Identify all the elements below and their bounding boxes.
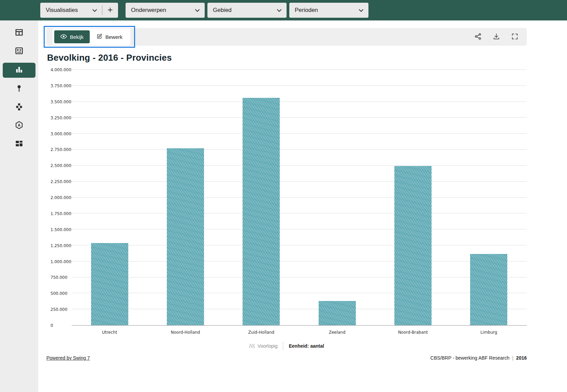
view-toolbar: Bekijk Bewerk	[46, 28, 527, 46]
visualisaties-dropdown[interactable]: Visualisaties	[40, 3, 102, 18]
x-tick-label: Noord-Brabant	[375, 326, 451, 335]
toolbar-actions	[474, 33, 519, 41]
sidebar-item-bar-chart[interactable]	[3, 63, 35, 78]
chevron-down-icon	[359, 7, 364, 14]
blocks-icon	[15, 102, 24, 112]
sidebar-item-table[interactable]	[11, 26, 27, 40]
legend-voorlopig: Voorlopig	[249, 343, 277, 349]
bar-zuid-holland[interactable]	[243, 98, 280, 325]
download-icon	[493, 33, 500, 41]
legend-label: Voorlopig	[258, 343, 277, 349]
bar-chart-icon	[15, 65, 24, 75]
y-tick-label: 3.250.000	[50, 116, 71, 120]
sidebar: A	[0, 20, 38, 392]
hexagon-a-icon: A	[15, 121, 24, 131]
share-icon	[474, 33, 482, 41]
bar-slot	[299, 70, 375, 325]
hatch-swatch-icon	[249, 344, 255, 348]
bar-chart: 4.000.0003.750.0003.500.0003.250.0003.00…	[46, 70, 527, 326]
y-tick-label: 3.000.000	[50, 132, 71, 136]
y-tick-label: 1.750.000	[50, 211, 71, 216]
y-tick-label: 3.750.000	[50, 84, 71, 88]
y-tick-label: 1.000.000	[50, 259, 71, 264]
powered-by-link[interactable]: Powered by Swing 7	[46, 355, 90, 361]
sidebar-item-report[interactable]	[11, 44, 27, 59]
bar-limburg[interactable]	[470, 254, 507, 325]
bewerk-button[interactable]: Bewerk	[90, 30, 129, 43]
x-tick-label: Utrecht	[72, 326, 147, 335]
bekijk-button[interactable]: Bekijk	[54, 30, 90, 43]
top-navigation-bar: Visualisaties Onderwerpen Gebied Periode…	[0, 0, 567, 20]
y-tick-label: 1.500.000	[50, 227, 71, 232]
bar-noord-holland[interactable]	[167, 148, 204, 325]
main-content: Bekijk Bewerk	[38, 20, 567, 392]
bar-noord-brabant[interactable]	[394, 166, 432, 325]
x-tick-label: Noord-Holland	[147, 326, 223, 335]
unit-label: Eenheid: aantal	[289, 343, 324, 349]
chart-legend: Voorlopig Eenheid: aantal	[46, 342, 527, 350]
bar-slot	[375, 70, 451, 325]
footer-year: 2016	[516, 355, 527, 361]
x-tick-label: Zuid-Holland	[223, 326, 299, 335]
share-button[interactable]	[474, 33, 482, 41]
chevron-down-icon	[195, 7, 200, 14]
sidebar-item-map[interactable]	[11, 82, 27, 96]
fullscreen-icon	[511, 33, 519, 41]
bekijk-label: Bekijk	[70, 34, 84, 40]
y-tick-label: 500.000	[50, 291, 68, 296]
y-tick-label: 250.000	[50, 307, 68, 312]
dashboard-icon	[15, 139, 24, 149]
eye-icon	[60, 34, 67, 40]
x-tick-label: Limburg	[451, 326, 527, 335]
add-visualization-button[interactable]	[102, 3, 118, 18]
onderwerpen-label: Onderwerpen	[131, 7, 166, 14]
bar-zeeland[interactable]	[319, 301, 356, 325]
download-button[interactable]	[493, 33, 500, 41]
chevron-down-icon	[92, 7, 97, 14]
y-tick-label: 4.000.000	[50, 67, 71, 72]
svg-text:A: A	[18, 123, 20, 127]
y-tick-label: 2.750.000	[50, 147, 71, 152]
chart-xaxis-row: UtrechtNoord-HollandZuid-HollandZeelandN…	[46, 326, 527, 335]
y-tick-label: 750.000	[50, 275, 68, 280]
y-tick-label: 2.000.000	[50, 195, 71, 200]
fullscreen-button[interactable]	[511, 33, 519, 41]
plus-icon	[107, 7, 113, 14]
bar-slot	[451, 70, 527, 325]
sidebar-item-blocks[interactable]	[11, 100, 27, 115]
sidebar-item-dashboard[interactable]	[11, 137, 27, 151]
legend-divider	[283, 342, 283, 350]
footer-separator: |	[512, 355, 513, 361]
y-tick-label: 3.500.000	[50, 100, 71, 104]
gebied-label: Gebied	[213, 7, 232, 14]
view-mode-toggle: Bekijk Bewerk	[53, 29, 130, 45]
x-tick-label: Zeeland	[299, 326, 375, 335]
bar-slot	[223, 70, 299, 325]
visualisaties-control: Visualisaties	[40, 3, 118, 18]
onderwerpen-dropdown[interactable]: Onderwerpen	[126, 3, 205, 18]
chart-yaxis: 4.000.0003.750.0003.500.0003.250.0003.00…	[46, 70, 72, 326]
source-text: CBS/BRP - bewerking ABF Research	[431, 355, 510, 361]
chevron-down-icon	[277, 7, 282, 14]
footer: Powered by Swing 7 CBS/BRP - bewerking A…	[46, 355, 527, 361]
chart-xaxis: UtrechtNoord-HollandZuid-HollandZeelandN…	[72, 326, 527, 335]
page-title: Bevolking - 2016 - Provincies	[47, 52, 527, 63]
edit-icon	[97, 33, 102, 40]
perioden-label: Perioden	[295, 7, 318, 14]
footer-source: CBS/BRP - bewerking ABF Research | 2016	[431, 355, 527, 361]
y-tick-label: 0	[50, 323, 53, 328]
bar-slot	[147, 70, 223, 325]
gebied-dropdown[interactable]: Gebied	[207, 3, 287, 18]
bar-slot	[72, 70, 147, 325]
table-icon	[15, 28, 24, 38]
y-tick-label: 2.250.000	[50, 179, 71, 184]
map-pin-icon	[15, 84, 23, 94]
sidebar-item-hexagon[interactable]: A	[11, 119, 27, 133]
perioden-dropdown[interactable]: Perioden	[289, 3, 368, 18]
bar-utrecht[interactable]	[91, 243, 128, 325]
y-tick-label: 2.500.000	[50, 163, 71, 168]
bewerk-label: Bewerk	[105, 34, 122, 40]
y-tick-label: 1.250.000	[50, 243, 71, 248]
chart-plot	[72, 70, 527, 326]
report-icon	[15, 46, 24, 57]
